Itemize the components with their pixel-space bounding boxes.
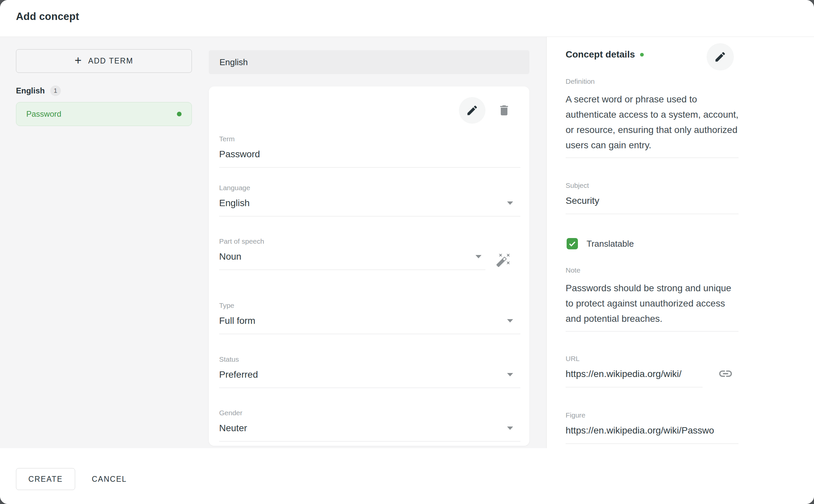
term-field-label: Term xyxy=(219,135,520,143)
chevron-down-icon[interactable] xyxy=(507,373,513,376)
concept-details-header: Concept details xyxy=(566,49,644,60)
open-url-link-button[interactable] xyxy=(717,365,734,382)
dialog-footer: CREATE CANCEL xyxy=(0,448,814,504)
translatable-label: Translatable xyxy=(587,239,634,249)
language-group-name: English xyxy=(16,86,45,95)
chevron-down-icon[interactable] xyxy=(475,255,481,258)
auto-fill-part-of-speech-button[interactable] xyxy=(495,252,511,268)
figure-input[interactable]: https://en.wikipedia.org/wiki/Passwo xyxy=(566,425,739,436)
edit-concept-details-button[interactable] xyxy=(707,43,734,70)
url-field: URL https://en.wikipedia.org/wiki/ xyxy=(566,354,739,387)
concept-status-green-dot-icon xyxy=(640,53,644,57)
status-field: Status Preferred xyxy=(219,355,520,388)
gender-select[interactable]: Neuter xyxy=(219,423,520,434)
status-select[interactable]: Preferred xyxy=(219,369,520,380)
definition-field-label: Definition xyxy=(566,77,739,86)
note-field: Note Passwords should be strong and uniq… xyxy=(566,266,739,331)
term-item-label: Password xyxy=(26,109,177,119)
cancel-button[interactable]: CANCEL xyxy=(83,468,135,490)
add-concept-dialog: Add concept + ADD TERM English 1 Passwor… xyxy=(0,0,814,504)
concept-details-panel: Concept details Definition A secret word… xyxy=(546,37,814,448)
subject-field-label: Subject xyxy=(566,181,739,190)
link-icon xyxy=(718,366,733,381)
chevron-down-icon[interactable] xyxy=(507,319,513,322)
create-button[interactable]: CREATE xyxy=(16,468,75,490)
url-field-underline xyxy=(566,387,703,387)
part-of-speech-field: Part of speech Noun xyxy=(219,237,485,270)
translatable-checkbox-row: Translatable xyxy=(567,238,634,249)
trash-icon xyxy=(497,104,511,117)
language-field: Language English xyxy=(219,184,520,216)
part-of-speech-field-label: Part of speech xyxy=(219,237,485,246)
subject-field-underline xyxy=(566,214,739,214)
delete-term-button[interactable] xyxy=(496,102,512,118)
plus-icon: + xyxy=(74,55,82,66)
url-input[interactable]: https://en.wikipedia.org/wiki/ xyxy=(566,368,739,380)
term-field: Term Password xyxy=(219,135,520,168)
type-field-underline xyxy=(219,334,520,334)
type-field: Type Full form xyxy=(219,301,520,334)
subject-input[interactable]: Security xyxy=(566,195,739,206)
definition-field-underline xyxy=(566,158,739,158)
gender-field-label: Gender xyxy=(219,409,520,417)
term-status-green-dot-icon xyxy=(177,112,182,116)
magic-wand-icon xyxy=(496,252,511,268)
note-input[interactable]: Passwords should be strong and unique to… xyxy=(566,281,739,326)
translatable-checkbox[interactable] xyxy=(567,238,578,249)
add-term-button[interactable]: + ADD TERM xyxy=(16,49,192,73)
screen: Add concept + ADD TERM English 1 Passwor… xyxy=(0,0,814,504)
dialog-content: + ADD TERM English 1 Password English xyxy=(0,37,814,448)
language-field-underline xyxy=(219,216,520,216)
edit-term-button[interactable] xyxy=(459,97,485,124)
dialog-header: Add concept xyxy=(0,0,814,37)
note-field-underline xyxy=(566,331,739,331)
figure-field-underline xyxy=(566,443,739,444)
note-field-label: Note xyxy=(566,266,739,275)
language-field-label: Language xyxy=(219,184,520,192)
editor-language-header: English xyxy=(209,50,529,74)
gender-field-underline xyxy=(219,441,520,441)
status-field-label: Status xyxy=(219,355,520,364)
language-select[interactable]: English xyxy=(219,197,520,209)
chevron-down-icon[interactable] xyxy=(507,201,513,205)
gender-field: Gender Neuter xyxy=(219,409,520,441)
url-field-label: URL xyxy=(566,354,739,363)
type-select[interactable]: Full form xyxy=(219,315,520,326)
language-group-header: English 1 xyxy=(16,85,61,96)
status-field-underline xyxy=(219,388,520,388)
figure-field: Figure https://en.wikipedia.org/wiki/Pas… xyxy=(566,411,739,444)
term-editor-card: Term Password Language English Part of s… xyxy=(209,86,529,446)
page-title: Add concept xyxy=(16,11,79,23)
pencil-icon xyxy=(466,104,478,117)
add-term-label: ADD TERM xyxy=(88,57,133,65)
term-list-item-password[interactable]: Password xyxy=(16,102,192,126)
chevron-down-icon[interactable] xyxy=(507,427,513,430)
part-of-speech-field-underline xyxy=(219,270,485,270)
checkmark-icon xyxy=(568,239,577,248)
figure-field-label: Figure xyxy=(566,411,739,420)
definition-input[interactable]: A secret word or phrase used to authenti… xyxy=(566,92,739,153)
part-of-speech-select[interactable]: Noun xyxy=(219,251,485,262)
definition-field: Definition A secret word or phrase used … xyxy=(566,77,739,158)
term-count-badge: 1 xyxy=(50,85,61,96)
pencil-icon xyxy=(714,51,727,63)
concept-details-title: Concept details xyxy=(566,49,635,60)
term-field-underline xyxy=(219,167,520,168)
type-field-label: Type xyxy=(219,301,520,310)
subject-field: Subject Security xyxy=(566,181,739,214)
term-input[interactable]: Password xyxy=(219,149,520,160)
editor-language-header-label: English xyxy=(219,57,248,67)
